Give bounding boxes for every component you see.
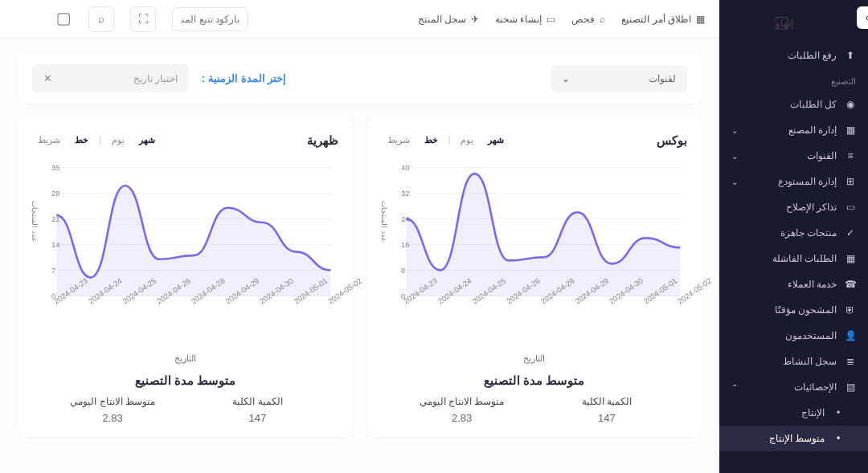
sidebar-item-failed-orders[interactable]: ▦ الطلبات الفاشلة (719, 246, 868, 271)
stat-label-total: الكمية الكلية (534, 396, 679, 407)
headset-icon: ☎ (845, 279, 856, 290)
sidebar-label: إدارة المستودع (778, 176, 837, 187)
topbar-create-shipment[interactable]: ▭ إنشاء شحنة (495, 14, 555, 25)
chart-card-box: بوكس شهر يوم | خط شريط عدد المنتجات 0816… (367, 118, 702, 437)
stat-value-avg: 2.83 (390, 412, 534, 424)
x-axis-label: التاريخ (32, 353, 338, 364)
chevron-down-icon: ⌄ (731, 126, 738, 135)
upload-icon: ⬆ (845, 50, 856, 61)
sidebar-section-manufacturing: التصنيع (719, 68, 868, 92)
date-picker[interactable]: اختيار تاريخ ✕ (32, 64, 189, 92)
chevron-down-icon: ⌄ (731, 152, 738, 161)
user-icon: 👤 (845, 330, 856, 341)
sidebar-label: الإنتاج (801, 407, 825, 418)
sidebar-item-temp-shipped[interactable]: ⛨ المشحون مؤقتًا (719, 297, 868, 323)
topbar-label: فحص (571, 14, 595, 25)
stat-value-total: 147 (534, 412, 679, 424)
expand-icon: ⛶ (138, 13, 149, 25)
chart-title: ظهرية (307, 133, 338, 148)
ticket-icon: ▭ (845, 202, 856, 213)
stat-label-total: الكمية الكلية (185, 396, 330, 407)
sidebar-collapse-button[interactable]: » (857, 6, 868, 29)
fail-icon: ▦ (845, 253, 856, 264)
stats-icon: ▤ (845, 381, 856, 393)
tab-day[interactable]: يوم (106, 133, 130, 148)
search-button[interactable]: ⌕ (88, 6, 114, 32)
warehouse-icon: ⊞ (845, 176, 856, 187)
topbar-inspect[interactable]: ⌕ فحص (571, 14, 605, 25)
sidebar-label: منتجات جاهزة (780, 227, 837, 239)
tab-line[interactable]: خط (69, 133, 94, 148)
tab-day[interactable]: يوم (455, 133, 479, 148)
sidebar-item-all-orders[interactable]: ◉ كل الطلبات (719, 92, 868, 117)
chart-title: بوكس (657, 133, 687, 148)
channels-icon: ≡ (845, 150, 856, 161)
svg-text:40: 40 (400, 163, 409, 172)
fullscreen-button[interactable]: ⛶ (130, 6, 156, 32)
sidebar-label: المشحون مؤقتًا (775, 304, 837, 316)
svg-text:32: 32 (400, 189, 409, 198)
topbar: ▦ اطلاق أمر التصنيع ⌕ فحص ▭ إنشاء شحنة ✈… (0, 0, 719, 39)
sidebar-label: الإحصائيات (794, 381, 837, 393)
sidebar-item-upload-orders[interactable]: ⬆ رفع الطلبات (719, 43, 868, 68)
factory-icon: ▦ (845, 124, 856, 136)
channel-select[interactable]: لقنوات ⌄ (551, 65, 687, 92)
sidebar-subitem-production[interactable]: • الإنتاج (719, 400, 868, 426)
sidebar-item-activity-log[interactable]: ≣ سجل النشاط (719, 349, 868, 374)
svg-text:28: 28 (51, 189, 60, 198)
sidebar-item-channels[interactable]: ≡ القنوات ⌄ (719, 143, 868, 169)
topbar-product-log[interactable]: ✈ سجل المنتج (418, 14, 479, 25)
filter-bar: لقنوات ⌄ إختر المدة الزمنية : اختيار تار… (18, 53, 702, 104)
stats-title: متوسط مدة التصنيع (32, 373, 338, 388)
sidebar-item-ready-products[interactable]: ✓ منتجات جاهزة (719, 220, 868, 246)
date-placeholder: اختيار تاريخ (133, 73, 178, 84)
send-icon: ✈ (471, 14, 479, 25)
sidebar-label: كل الطلبات (790, 99, 837, 110)
chart-tabs: شهر يوم | خط شريط (32, 133, 161, 148)
topbar-release-order[interactable]: ▦ اطلاق أمر التصنيع (621, 14, 705, 25)
tab-bar[interactable]: شريط (382, 133, 416, 148)
stat-label-avg: متوسط الانتاج اليومي (40, 396, 185, 407)
sidebar-item-users[interactable]: 👤 المستخدمون (719, 323, 868, 349)
chevron-down-icon: ⌄ (731, 177, 738, 186)
topbar-label: اطلاق أمر التصنيع (621, 14, 691, 25)
sidebar-subitem-avg-production[interactable]: • متوسط الإنتاج (719, 426, 868, 451)
sidebar-item-statistics[interactable]: ▤ الإحصائيات ⌃ (719, 374, 868, 400)
svg-text:2024-05-02: 2024-05-02 (676, 276, 713, 306)
sidebar-item-warehouse-mgmt[interactable]: ⊞ إدارة المستودع ⌄ (719, 169, 868, 194)
tab-line[interactable]: خط (419, 133, 444, 148)
x-axis-label: التاريخ (382, 353, 688, 364)
barcode-input[interactable] (172, 7, 248, 31)
sidebar-item-factory-mgmt[interactable]: ▦ إدارة المصنع ⌄ (719, 117, 868, 143)
svg-text:2024-05-02: 2024-05-02 (326, 276, 363, 306)
search-icon: ⌕ (600, 14, 605, 25)
svg-text:8: 8 (400, 266, 404, 275)
stat-label-avg: متوسط الانتاج اليومي (390, 396, 534, 407)
stats-title: متوسط مدة التصنيع (382, 373, 688, 388)
y-axis-label: عدد المنتجات (380, 201, 388, 242)
svg-rect-2 (58, 13, 69, 24)
sidebar-item-repair-tickets[interactable]: ▭ تذاكر الإصلاح (719, 194, 868, 220)
grid-icon: ▦ (696, 14, 705, 25)
svg-text:7: 7 (51, 266, 55, 275)
search-icon: ⌕ (98, 13, 104, 25)
sidebar-label: تذاكر الإصلاح (786, 202, 837, 213)
tab-month[interactable]: شهر (133, 133, 161, 148)
sidebar-label: خدمة العملاء (788, 279, 837, 290)
sidebar-label: الطلبات الفاشلة (772, 253, 837, 264)
topbar-label: سجل المنتج (418, 14, 466, 25)
topbar-label: إنشاء شحنة (495, 14, 542, 25)
svg-text:35: 35 (51, 163, 60, 172)
clear-icon[interactable]: ✕ (43, 72, 52, 84)
tab-bar[interactable]: شريط (32, 133, 66, 148)
truck-icon: ▭ (547, 14, 555, 25)
sidebar-label: متوسط الإنتاج (769, 433, 825, 444)
sidebar-label: القنوات (807, 150, 837, 161)
period-label: إختر المدة الزمنية : (202, 72, 286, 84)
sidebar-item-customer-service[interactable]: ☎ خدمة العملاء (719, 271, 868, 297)
tab-month[interactable]: شهر (482, 133, 510, 148)
dot-icon: • (833, 433, 844, 444)
svg-text:إنهاوس: إنهاوس (776, 18, 793, 30)
chart-card-back: ظهرية شهر يوم | خط شريط عدد المنتجات 071… (18, 118, 353, 437)
chevron-down-icon: ⌄ (562, 73, 570, 84)
